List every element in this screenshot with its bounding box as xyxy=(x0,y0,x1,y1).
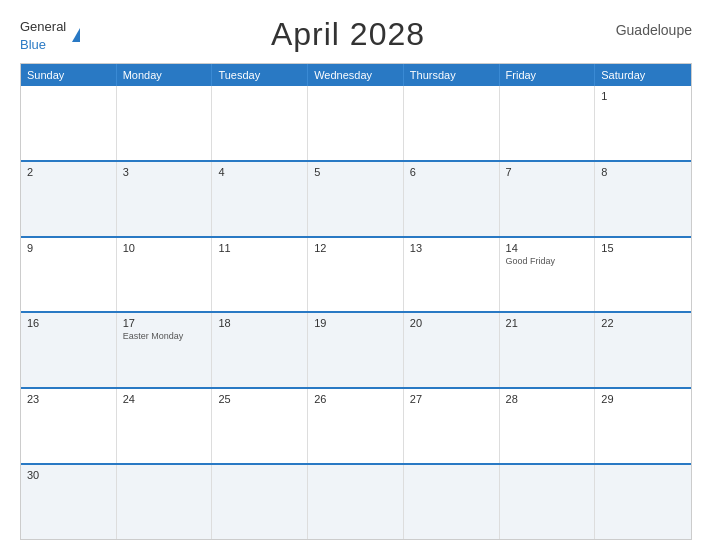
calendar-cell: 9 xyxy=(21,238,117,312)
logo-triangle-icon xyxy=(72,28,80,42)
day-number: 19 xyxy=(314,317,397,329)
logo-blue: Blue xyxy=(20,37,46,52)
weekday-header-wednesday: Wednesday xyxy=(308,64,404,86)
day-number: 18 xyxy=(218,317,301,329)
calendar-body: 1234567891011121314Good Friday151617East… xyxy=(21,86,691,539)
calendar-cell xyxy=(308,86,404,160)
calendar-cell xyxy=(404,86,500,160)
calendar-cell: 12 xyxy=(308,238,404,312)
day-number: 30 xyxy=(27,469,110,481)
calendar-cell: 21 xyxy=(500,313,596,387)
holiday-label: Easter Monday xyxy=(123,331,206,343)
day-number: 3 xyxy=(123,166,206,178)
day-number: 17 xyxy=(123,317,206,329)
logo: General Blue xyxy=(20,17,80,53)
calendar: SundayMondayTuesdayWednesdayThursdayFrid… xyxy=(20,63,692,540)
calendar-title: April 2028 xyxy=(271,16,425,53)
day-number: 23 xyxy=(27,393,110,405)
calendar-cell xyxy=(308,465,404,539)
weekday-header-sunday: Sunday xyxy=(21,64,117,86)
day-number: 15 xyxy=(601,242,685,254)
calendar-cell xyxy=(117,86,213,160)
calendar-cell: 13 xyxy=(404,238,500,312)
weekday-header-friday: Friday xyxy=(500,64,596,86)
day-number: 26 xyxy=(314,393,397,405)
calendar-week-5: 23242526272829 xyxy=(21,387,691,463)
holiday-label: Good Friday xyxy=(506,256,589,268)
logo-text-block: General Blue xyxy=(20,17,66,53)
calendar-cell xyxy=(500,465,596,539)
day-number: 14 xyxy=(506,242,589,254)
calendar-cell xyxy=(404,465,500,539)
day-number: 28 xyxy=(506,393,589,405)
calendar-cell: 17Easter Monday xyxy=(117,313,213,387)
weekday-header-tuesday: Tuesday xyxy=(212,64,308,86)
weekday-header-thursday: Thursday xyxy=(404,64,500,86)
day-number: 11 xyxy=(218,242,301,254)
day-number: 27 xyxy=(410,393,493,405)
day-number: 13 xyxy=(410,242,493,254)
calendar-cell xyxy=(21,86,117,160)
day-number: 24 xyxy=(123,393,206,405)
calendar-header: SundayMondayTuesdayWednesdayThursdayFrid… xyxy=(21,64,691,86)
day-number: 20 xyxy=(410,317,493,329)
calendar-cell: 20 xyxy=(404,313,500,387)
calendar-cell: 27 xyxy=(404,389,500,463)
calendar-week-1: 1 xyxy=(21,86,691,160)
day-number: 5 xyxy=(314,166,397,178)
calendar-cell: 15 xyxy=(595,238,691,312)
calendar-cell: 3 xyxy=(117,162,213,236)
day-number: 29 xyxy=(601,393,685,405)
calendar-cell: 16 xyxy=(21,313,117,387)
day-number: 25 xyxy=(218,393,301,405)
calendar-cell: 2 xyxy=(21,162,117,236)
calendar-week-3: 91011121314Good Friday15 xyxy=(21,236,691,312)
calendar-cell: 28 xyxy=(500,389,596,463)
calendar-cell: 24 xyxy=(117,389,213,463)
calendar-week-6: 30 xyxy=(21,463,691,539)
region-label: Guadeloupe xyxy=(616,16,692,38)
day-number: 2 xyxy=(27,166,110,178)
logo-general: General xyxy=(20,19,66,34)
day-number: 1 xyxy=(601,90,685,102)
calendar-cell: 18 xyxy=(212,313,308,387)
weekday-header-saturday: Saturday xyxy=(595,64,691,86)
calendar-cell: 11 xyxy=(212,238,308,312)
calendar-cell: 10 xyxy=(117,238,213,312)
calendar-cell: 29 xyxy=(595,389,691,463)
calendar-cell: 7 xyxy=(500,162,596,236)
calendar-cell: 8 xyxy=(595,162,691,236)
calendar-cell: 6 xyxy=(404,162,500,236)
calendar-cell: 14Good Friday xyxy=(500,238,596,312)
day-number: 8 xyxy=(601,166,685,178)
calendar-cell: 30 xyxy=(21,465,117,539)
calendar-cell: 23 xyxy=(21,389,117,463)
day-number: 21 xyxy=(506,317,589,329)
calendar-cell: 19 xyxy=(308,313,404,387)
weekday-header-monday: Monday xyxy=(117,64,213,86)
calendar-cell: 5 xyxy=(308,162,404,236)
calendar-cell: 25 xyxy=(212,389,308,463)
calendar-cell xyxy=(212,86,308,160)
page-header: General Blue April 2028 Guadeloupe xyxy=(20,16,692,53)
day-number: 22 xyxy=(601,317,685,329)
calendar-cell xyxy=(500,86,596,160)
day-number: 12 xyxy=(314,242,397,254)
calendar-cell xyxy=(212,465,308,539)
calendar-cell xyxy=(595,465,691,539)
day-number: 16 xyxy=(27,317,110,329)
calendar-week-2: 2345678 xyxy=(21,160,691,236)
calendar-cell: 4 xyxy=(212,162,308,236)
calendar-cell: 26 xyxy=(308,389,404,463)
calendar-cell: 22 xyxy=(595,313,691,387)
day-number: 9 xyxy=(27,242,110,254)
calendar-cell xyxy=(117,465,213,539)
day-number: 7 xyxy=(506,166,589,178)
day-number: 6 xyxy=(410,166,493,178)
day-number: 10 xyxy=(123,242,206,254)
day-number: 4 xyxy=(218,166,301,178)
calendar-week-4: 1617Easter Monday1819202122 xyxy=(21,311,691,387)
calendar-cell: 1 xyxy=(595,86,691,160)
